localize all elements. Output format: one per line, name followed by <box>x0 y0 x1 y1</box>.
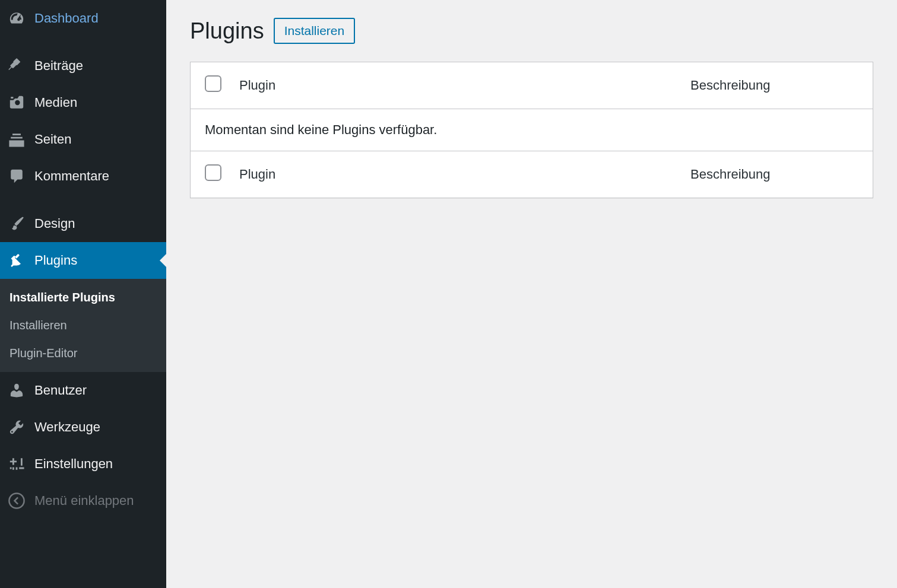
column-footer-plugin[interactable]: Plugin <box>239 167 690 182</box>
pin-icon <box>8 58 27 74</box>
submenu-item-installed-plugins[interactable]: Installierte Plugins <box>0 284 166 312</box>
table-header-row: Plugin Beschreibung <box>191 62 873 109</box>
svg-point-0 <box>9 493 24 508</box>
plug-icon <box>8 252 27 269</box>
user-icon <box>8 382 27 399</box>
sidebar-item-pages[interactable]: Seiten <box>0 121 166 158</box>
sidebar-item-label: Medien <box>34 95 77 110</box>
sidebar-item-media[interactable]: Medien <box>0 84 166 121</box>
comment-icon <box>8 168 27 185</box>
brush-icon <box>8 215 27 232</box>
sidebar-item-label: Design <box>34 216 75 231</box>
column-footer-description[interactable]: Beschreibung <box>690 167 858 182</box>
sidebar-item-comments[interactable]: Kommentare <box>0 158 166 195</box>
sidebar-item-collapse[interactable]: Menü einklappen <box>0 482 166 519</box>
plugins-table: Plugin Beschreibung Momentan sind keine … <box>190 62 873 198</box>
admin-sidebar: Dashboard Beiträge Medien Seiten Komment… <box>0 0 166 588</box>
sidebar-item-settings[interactable]: Einstellungen <box>0 446 166 482</box>
camera-icon <box>8 94 27 111</box>
sidebar-item-dashboard[interactable]: Dashboard <box>0 0 166 37</box>
page-header: Plugins Installieren <box>190 12 873 44</box>
collapse-icon <box>8 492 27 509</box>
dashboard-icon <box>8 10 27 27</box>
sidebar-item-label: Einstellungen <box>34 456 113 472</box>
empty-message: Momentan sind keine Plugins verfügbar. <box>191 109 873 151</box>
column-header-plugin[interactable]: Plugin <box>239 78 690 93</box>
wrench-icon <box>8 419 27 436</box>
table-footer-row: Plugin Beschreibung <box>191 151 873 198</box>
submenu-item-install[interactable]: Installieren <box>0 312 166 339</box>
sidebar-item-tools[interactable]: Werkzeuge <box>0 409 166 446</box>
sidebar-item-design[interactable]: Design <box>0 205 166 242</box>
sidebar-item-label: Seiten <box>34 132 71 147</box>
sidebar-item-users[interactable]: Benutzer <box>0 372 166 409</box>
select-all-checkbox-bottom[interactable] <box>205 164 221 181</box>
install-button[interactable]: Installieren <box>274 18 356 44</box>
sidebar-item-label: Plugins <box>34 253 77 268</box>
select-all-checkbox-top[interactable] <box>205 75 221 92</box>
sidebar-item-posts[interactable]: Beiträge <box>0 47 166 84</box>
main-content: Plugins Installieren Plugin Beschreibung… <box>166 0 897 588</box>
plugins-submenu: Installierte Plugins Installieren Plugin… <box>0 279 166 372</box>
sidebar-item-label: Werkzeuge <box>34 419 100 435</box>
sidebar-item-label: Menü einklappen <box>34 493 134 508</box>
sidebar-item-label: Dashboard <box>34 11 99 26</box>
submenu-item-plugin-editor[interactable]: Plugin-Editor <box>0 339 166 367</box>
sliders-icon <box>8 456 27 472</box>
sidebar-item-plugins[interactable]: Plugins <box>0 242 166 279</box>
sidebar-item-label: Beiträge <box>34 58 83 74</box>
column-header-description[interactable]: Beschreibung <box>690 78 858 93</box>
page-title: Plugins <box>190 18 264 44</box>
sidebar-item-label: Kommentare <box>34 169 109 184</box>
sidebar-item-label: Benutzer <box>34 383 87 398</box>
stack-icon <box>8 131 27 148</box>
